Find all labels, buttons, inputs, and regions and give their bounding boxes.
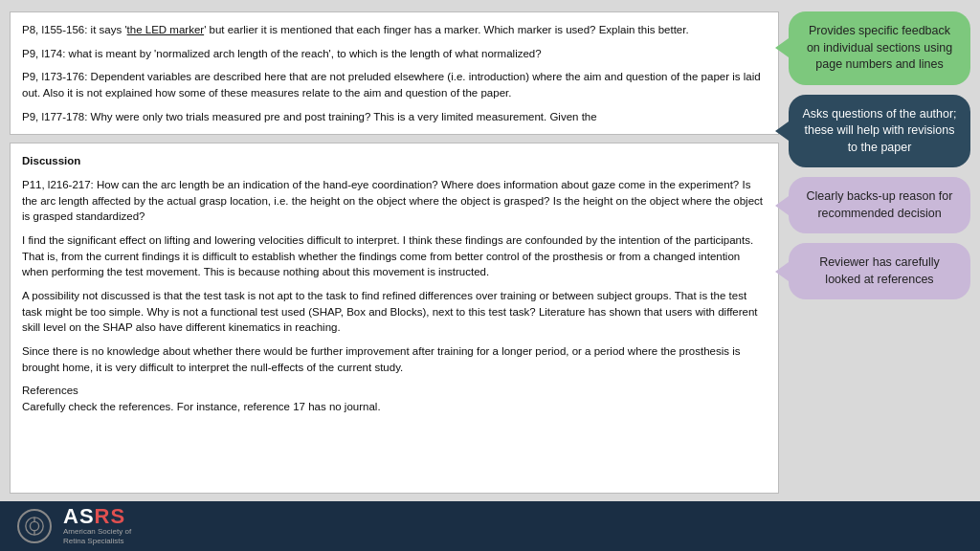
top-para-2: P9, l174: what is meant by 'normalized a… — [22, 46, 767, 62]
left-panel: P8, l155-156: it says 'the LED marker' b… — [10, 11, 779, 494]
top-para-4: P9, l177-178: Why were only two trials m… — [22, 109, 767, 125]
callout-teal-text: Asks questions of the author; these will… — [802, 107, 956, 154]
svg-point-1 — [30, 521, 38, 530]
purple2-arrow — [775, 262, 789, 281]
logo-subtitle: American Society of Retina Specialists — [63, 527, 131, 547]
teal-arrow — [775, 121, 789, 141]
bottom-para-3: A possibility not discussed is that the … — [22, 288, 767, 336]
main-content: P8, l155-156: it says 'the LED marker' b… — [0, 0, 980, 501]
bottom-para-2: I find the significant effect on lifting… — [22, 232, 767, 280]
footer: ASRS American Society of Retina Speciali… — [0, 501, 980, 551]
callout-purple2-text: Reviewer has carefully looked at referen… — [819, 255, 940, 286]
logo-circle — [17, 509, 52, 543]
callout-green: Provides specific feedback on individual… — [789, 11, 970, 85]
bottom-references: ReferencesCarefully check the references… — [22, 383, 767, 414]
right-panel: Provides specific feedback on individual… — [789, 11, 970, 494]
callout-purple1: Clearly backs-up reason for recommended … — [789, 177, 970, 233]
callout-teal: Asks questions of the author; these will… — [789, 95, 970, 168]
bottom-arrow-purple — [778, 337, 779, 356]
bottom-text-box: Discussion P11, l216-217: How can the ar… — [10, 143, 779, 494]
callout-purple1-text: Clearly backs-up reason for recommended … — [807, 189, 953, 220]
logo-as: AS — [63, 504, 95, 528]
bottom-heading: Discussion — [22, 153, 767, 169]
bottom-para-1: P11, l216-217: How can the arc length be… — [22, 177, 767, 225]
logo-icon — [24, 516, 45, 537]
bottom-para-4: Since there is no knowledge about whethe… — [22, 343, 767, 375]
logo-subtitle-line2: Retina Specialists — [63, 537, 124, 545]
logo-asrs: ASRS — [63, 506, 131, 527]
logo-rs: RS — [95, 504, 126, 528]
top-para-1: P8, l155-156: it says 'the LED marker' b… — [22, 22, 767, 38]
purple1-arrow — [775, 196, 789, 215]
top-para-3: P9, l173-176: Dependent variables are de… — [22, 69, 767, 100]
logo-subtitle-line1: American Society of — [63, 527, 131, 536]
callout-green-text: Provides specific feedback on individual… — [807, 24, 952, 71]
top-text-box: P8, l155-156: it says 'the LED marker' b… — [10, 11, 779, 135]
underlined-text: the LED marker — [127, 24, 205, 35]
logo-text: ASRS American Society of Retina Speciali… — [63, 506, 131, 547]
callout-purple2: Reviewer has carefully looked at referen… — [789, 243, 970, 299]
green-arrow — [775, 38, 789, 57]
